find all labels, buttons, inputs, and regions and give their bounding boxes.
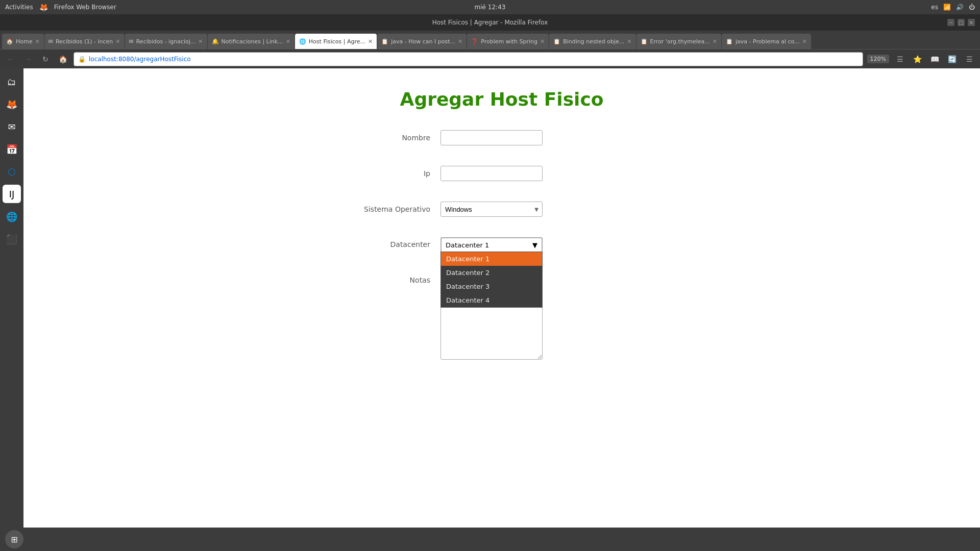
forward-button[interactable]: → — [21, 53, 35, 66]
power-icon: ⏻ — [969, 4, 975, 11]
os-icon-calendar[interactable]: 📅 — [3, 140, 21, 158]
tab-recibidos1[interactable]: ✉Recibidos (1) - incen✕ — [44, 34, 125, 49]
os-icon-vscode[interactable]: ⬡ — [3, 162, 21, 181]
ip-label: Ip — [349, 169, 440, 178]
datacenter-label: Datacenter — [349, 240, 440, 248]
language-indicator[interactable]: es — [931, 4, 938, 11]
nombre-input[interactable] — [440, 130, 543, 145]
tab-bindingnested[interactable]: 📋Binding nested obje...✕ — [549, 34, 635, 49]
tab-label: java - How can I post... — [391, 38, 455, 45]
tab-favicon: 🏠 — [6, 38, 13, 45]
nombre-row: Nombre — [349, 130, 655, 145]
tab-home[interactable]: 🏠Home✕ — [2, 34, 44, 49]
tab-label: Home — [16, 38, 32, 45]
datacenter-chevron-icon: ▼ — [532, 241, 537, 249]
datacenter-option-1[interactable]: Datacenter 1 — [441, 252, 542, 266]
network-icon: 📶 — [943, 4, 951, 11]
tab-favicon: 🌐 — [299, 38, 306, 45]
os-topbar: Activities 🦊 Firefox Web Browser mié 12:… — [0, 0, 980, 14]
os-icon-mail[interactable]: ✉ — [3, 117, 21, 136]
datacenter-dropdown-container: Datacenter 1 ▼ Datacenter 1 Datacenter 2… — [440, 237, 543, 253]
volume-icon: 🔊 — [956, 4, 964, 11]
close-button[interactable]: ✕ — [968, 19, 975, 26]
reader-icon[interactable]: 📖 — [928, 53, 941, 66]
tab-favicon: 📋 — [641, 38, 648, 45]
reload-button[interactable]: ↻ — [39, 53, 52, 66]
tab-label: java - Problema al co... — [736, 38, 800, 45]
address-bar: ← → ↻ 🏠 🔒 localhost:8080/agregarHostFisi… — [0, 49, 980, 68]
ip-input[interactable] — [440, 166, 543, 181]
sistema-operativo-select-wrapper: Windows Linux macOS ▼ — [440, 202, 543, 217]
tab-recibidos2[interactable]: ✉Recibidos - ignacioj...✕ — [125, 34, 207, 49]
ip-row: Ip — [349, 166, 655, 181]
lock-icon: 🔒 — [78, 56, 86, 63]
tab-label: Recibidos - ignacioj... — [136, 38, 196, 45]
tab-hostfisicos[interactable]: 🌐Host Fisicos | Agre...✕ — [295, 34, 377, 49]
sistema-operativo-row: Sistema Operativo Windows Linux macOS ▼ — [349, 202, 655, 217]
page-content: Agregar Host Fisico Nombre Ip Sistema Op… — [23, 68, 980, 528]
tabs-bar: 🏠Home✕✉Recibidos (1) - incen✕✉Recibidos … — [0, 31, 980, 49]
os-topbar-right: es 📶 🔊 ⏻ — [931, 4, 975, 11]
tab-label: Problem with Spring — [481, 38, 537, 45]
nombre-label: Nombre — [349, 134, 440, 142]
tab-close-icon[interactable]: ✕ — [540, 38, 545, 45]
tab-favicon: 📋 — [381, 38, 388, 45]
tab-problemspring[interactable]: ❓Problem with Spring✕ — [467, 34, 549, 49]
tab-label: Notificaciones | Link... — [222, 38, 283, 45]
os-icon-intellij[interactable]: IJ — [3, 185, 21, 203]
tab-javaproblem[interactable]: 📋java - Problema al co...✕ — [722, 34, 811, 49]
activities-label[interactable]: Activities — [5, 4, 33, 11]
tab-favicon: ❓ — [471, 38, 478, 45]
tab-label: Recibidos (1) - incen — [56, 38, 113, 45]
tab-label: Binding nested obje... — [563, 38, 624, 45]
browser-chrome: Host Fisicos | Agregar - Mozilla Firefox… — [0, 14, 980, 68]
tab-notificaciones[interactable]: 🔔Notificaciones | Link...✕ — [208, 34, 295, 49]
tab-label: Error 'org.thymelea... — [650, 38, 710, 45]
tab-close-icon[interactable]: ✕ — [198, 38, 203, 45]
url-bar[interactable]: 🔒 localhost:8080/agregarHostFisico — [74, 52, 863, 66]
sistema-operativo-label: Sistema Operativo — [349, 205, 440, 213]
datacenter-dropdown-list: Datacenter 1 Datacenter 2 Datacenter 3 D… — [440, 252, 543, 308]
sync-button[interactable]: 🔄 — [945, 53, 959, 66]
tab-favicon: 📋 — [553, 38, 560, 45]
maximize-button[interactable]: □ — [958, 19, 965, 26]
tab-close-icon[interactable]: ✕ — [713, 38, 717, 45]
os-icon-firefox[interactable]: 🦊 — [3, 95, 21, 113]
datacenter-option-3[interactable]: Datacenter 3 — [441, 280, 542, 293]
tab-close-icon[interactable]: ✕ — [627, 38, 631, 45]
show-apps-button[interactable]: ⊞ — [5, 530, 23, 548]
tab-label: Host Fisicos | Agre... — [309, 38, 365, 45]
datacenter-trigger[interactable]: Datacenter 1 ▼ — [440, 237, 543, 253]
os-icon-terminal[interactable]: ⬛ — [3, 230, 21, 248]
back-button[interactable]: ← — [4, 53, 17, 66]
main-area: 🗂 🦊 ✉ 📅 ⬡ IJ 🌐 ⬛ Agregar Host Fisico Nom… — [0, 68, 980, 528]
bookmark-button[interactable]: ⭐ — [911, 53, 924, 66]
tab-java[interactable]: 📋java - How can I post...✕ — [377, 34, 467, 49]
tab-close-icon[interactable]: ✕ — [35, 38, 39, 45]
datacenter-option-4[interactable]: Datacenter 4 — [441, 293, 542, 307]
os-icon-chrome[interactable]: 🌐 — [3, 207, 21, 226]
tab-favicon: 🔔 — [212, 38, 219, 45]
reader-view-button[interactable]: ☰ — [893, 53, 906, 66]
datacenter-selected-value: Datacenter 1 — [446, 241, 489, 249]
home-button[interactable]: 🏠 — [56, 53, 69, 66]
tab-errorthymeleaf[interactable]: 📋Error 'org.thymelea...✕ — [636, 34, 721, 49]
tab-close-icon[interactable]: ✕ — [286, 38, 290, 45]
tab-close-icon[interactable]: ✕ — [458, 38, 462, 45]
firefox-browser-label[interactable]: Firefox Web Browser — [54, 4, 116, 11]
zoom-level: 120% — [867, 55, 889, 63]
os-sidebar: 🗂 🦊 ✉ 📅 ⬡ IJ 🌐 ⬛ — [0, 68, 23, 528]
minimize-button[interactable]: ─ — [947, 19, 954, 26]
sistema-operativo-select[interactable]: Windows Linux macOS — [440, 202, 543, 217]
tab-favicon: 📋 — [726, 38, 733, 45]
tab-favicon: ✉ — [129, 38, 134, 45]
tab-close-icon[interactable]: ✕ — [802, 38, 807, 45]
os-taskbar: ⊞ — [0, 528, 980, 551]
firefox-logo-icon: 🦊 — [39, 3, 48, 11]
os-icon-files[interactable]: 🗂 — [3, 72, 21, 91]
datacenter-option-2[interactable]: Datacenter 2 — [441, 266, 542, 280]
tab-close-icon[interactable]: ✕ — [368, 38, 373, 45]
tab-close-icon[interactable]: ✕ — [115, 38, 120, 45]
more-button[interactable]: ☰ — [963, 53, 976, 66]
window-controls: ─ □ ✕ — [947, 19, 975, 26]
